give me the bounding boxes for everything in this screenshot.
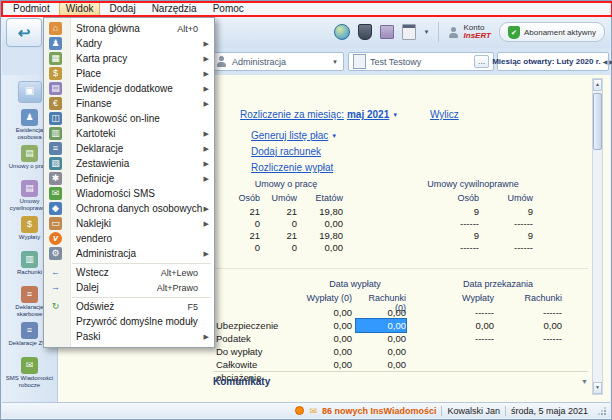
sms-icon: ✉ bbox=[49, 187, 62, 200]
entity-more-button[interactable]: ... bbox=[474, 55, 489, 68]
menubar-item-podmiot[interactable]: Podmiot bbox=[6, 2, 57, 16]
chevron-down-icon[interactable]: ▼ bbox=[424, 29, 430, 35]
rozliczenie-wyplat-link[interactable]: Rozliczenie wypłat bbox=[251, 162, 337, 173]
entity-selector-label: Test Testowy bbox=[370, 57, 421, 67]
konto-insert-button[interactable]: Konto InsERT bbox=[447, 24, 491, 40]
cell[interactable]: 0,00 bbox=[356, 306, 406, 319]
cell[interactable]: ------ bbox=[504, 306, 562, 319]
cell[interactable] bbox=[434, 358, 494, 371]
menu-item-place[interactable]: $ Płace ▶ bbox=[44, 66, 214, 81]
menu-item-bankowosc-on-line[interactable]: ◫ Bankowość on-line bbox=[44, 111, 214, 126]
resize-grip[interactable] bbox=[597, 406, 607, 416]
globe-icon[interactable] bbox=[334, 24, 350, 40]
calculator-icon[interactable] bbox=[402, 24, 416, 40]
month-selector[interactable]: Miesiąc otwarty: Luty 2020 r. ◀ ▶ bbox=[497, 52, 609, 71]
cell[interactable]: 0,00 bbox=[304, 306, 352, 319]
menu-item-label: Przywróć domyślne moduły bbox=[76, 316, 198, 327]
menu-item-kadry[interactable]: ♟ Kadry ▶ bbox=[44, 36, 214, 51]
section-divider bbox=[213, 268, 588, 269]
menu-item-vendero[interactable]: v vendero bbox=[44, 231, 214, 246]
menu-item-naklejki[interactable]: ▭ Naklejki ▶ bbox=[44, 216, 214, 231]
menu-item-definicje[interactable]: ✱ Definicje ▶ bbox=[44, 171, 214, 186]
current-user-label: Kowalski Jan bbox=[447, 406, 500, 416]
app-shortcut-button[interactable]: ↩ bbox=[6, 18, 42, 47]
package-icon[interactable] bbox=[380, 25, 394, 39]
declarations-icon: ≡ bbox=[49, 142, 62, 155]
definitions-icon: ✱ bbox=[49, 172, 62, 185]
green-shield-icon: ✔ bbox=[508, 26, 520, 39]
abonament-label: Abonament aktywny bbox=[524, 28, 596, 37]
cell[interactable]: ------ bbox=[434, 332, 494, 345]
table-row: 0,00 0,00 ------ ------ bbox=[216, 306, 562, 319]
envelope-icon: ✉ bbox=[309, 406, 317, 416]
menu-item-strona-glowna[interactable]: ⌂ Strona główna Alt+0 bbox=[44, 21, 214, 36]
cell[interactable]: ------ bbox=[504, 332, 562, 345]
cell[interactable]: 0,00 bbox=[434, 319, 494, 332]
submenu-arrow-icon: ▶ bbox=[204, 160, 209, 168]
menu-item-wstecz[interactable]: ← Wstecz Alt+Lewo bbox=[44, 265, 214, 280]
abonament-status-button[interactable]: ✔ Abonament aktywny bbox=[499, 22, 605, 42]
menu-item-label: Dalej bbox=[76, 282, 99, 293]
menu-item-finanse[interactable]: € Finanse ▶ bbox=[44, 96, 214, 111]
chevron-down-icon[interactable]: ▼ bbox=[332, 59, 338, 65]
menu-item-administracja[interactable]: ⚙ Administracja ▶ bbox=[44, 246, 214, 261]
cell[interactable]: 0,00 bbox=[356, 319, 406, 332]
tax-declarations-icon: ≡ bbox=[21, 286, 38, 303]
scroll-up-icon[interactable]: ▲ bbox=[593, 79, 602, 91]
menubar-item-narzedzia[interactable]: Narzędzia bbox=[145, 2, 204, 16]
scrollbar-thumb[interactable] bbox=[593, 93, 602, 150]
column-header: Osób bbox=[216, 193, 260, 203]
menubar-item-pomoc[interactable]: Pomoc bbox=[206, 2, 251, 16]
cell[interactable]: 0,00 bbox=[356, 332, 406, 345]
menu-item-dalej[interactable]: → Dalej Alt+Prawo bbox=[44, 280, 214, 295]
menubar-item-widok[interactable]: Widok bbox=[59, 2, 101, 16]
previous-month-icon[interactable]: ◀ bbox=[603, 58, 608, 65]
cell[interactable]: 0,00 bbox=[304, 319, 352, 332]
submenu-arrow-icon: ▶ bbox=[204, 250, 209, 258]
card-files-icon: ▥ bbox=[49, 127, 62, 140]
cell[interactable]: 0,00 bbox=[304, 358, 352, 371]
cell[interactable]: 0,00 bbox=[356, 345, 406, 358]
wylicz-link[interactable]: Wylicz bbox=[430, 109, 459, 120]
settlement-month-link[interactable]: Rozliczenie za miesiąc:maj 2021▼ bbox=[240, 109, 398, 120]
online-banking-icon: ◫ bbox=[49, 112, 62, 125]
shield-icon[interactable] bbox=[358, 24, 372, 40]
menu-item-karta-pracy[interactable]: ▦ Karta pracy ▶ bbox=[44, 51, 214, 66]
sidebar-item-sms-wiadomosci-robocze[interactable]: ✉ SMS Wiadomości robocze bbox=[2, 357, 57, 388]
toolbar-right-group: ▼ Konto InsERT ✔ Abonament aktywny bbox=[334, 16, 605, 48]
cell: 9 bbox=[413, 230, 479, 242]
dodaj-rachunek-link[interactable]: Dodaj rachunek bbox=[251, 146, 337, 157]
scroll-down-icon[interactable]: ▼ bbox=[593, 382, 602, 394]
payouts-icon: $ bbox=[21, 216, 38, 233]
cell: 9 bbox=[413, 206, 479, 218]
cell[interactable] bbox=[504, 358, 562, 371]
cell[interactable]: 0,00 bbox=[304, 345, 352, 358]
menu-item-wiadomosci-sms[interactable]: ✉ Wiadomości SMS bbox=[44, 186, 214, 201]
inswiadomosci-link[interactable]: 86 nowych InsWiadomości bbox=[322, 406, 436, 416]
cell[interactable]: 0,00 bbox=[504, 319, 562, 332]
menu-item-odswiez[interactable]: ↻ Odśwież F5 bbox=[44, 299, 214, 314]
menu-item-zestawienia[interactable]: ▧ Zestawienia ▶ bbox=[44, 156, 214, 171]
entity-selector[interactable]: Test Testowy ... bbox=[348, 52, 494, 71]
cell[interactable]: 0,00 bbox=[356, 358, 406, 371]
menu-item-paski[interactable]: Paski ▶ bbox=[44, 329, 214, 344]
cell[interactable] bbox=[434, 345, 494, 358]
menu-item-ochrona-danych-osobowych[interactable]: ◆ Ochrona danych osobowych ▶ bbox=[44, 201, 214, 216]
table-rows: 21 21 19,80 9 9 0 0 0,00 ------ ------ bbox=[216, 206, 533, 254]
menu-item-przywroc-domyslne-moduly[interactable]: Przywróć domyślne moduły bbox=[44, 314, 214, 329]
menu-item-ewidencje-dodatkowe[interactable]: ▤ Ewidencje dodatkowe ▶ bbox=[44, 81, 214, 96]
cell[interactable]: 0,00 bbox=[304, 332, 352, 345]
submenu-arrow-icon: ▶ bbox=[204, 205, 209, 213]
cell[interactable]: ------ bbox=[434, 306, 494, 319]
menu-item-deklaracje[interactable]: ≡ Deklaracje ▶ bbox=[44, 141, 214, 156]
generuj-liste-plac-link[interactable]: Generuj listę płac▼ bbox=[251, 130, 337, 141]
menu-item-label: Wstecz bbox=[76, 267, 109, 278]
cell[interactable] bbox=[504, 345, 562, 358]
collapse-icon[interactable]: ▼ bbox=[581, 378, 588, 385]
module-header-button[interactable]: ▣ bbox=[18, 81, 42, 103]
row-label bbox=[216, 306, 304, 319]
menu-item-kartoteki[interactable]: ▥ Kartoteki ▶ bbox=[44, 126, 214, 141]
vertical-scrollbar[interactable]: ▲ ▼ bbox=[592, 78, 603, 395]
menubar-item-dodaj[interactable]: Dodaj bbox=[102, 2, 142, 16]
notification-dot-icon bbox=[295, 406, 304, 415]
